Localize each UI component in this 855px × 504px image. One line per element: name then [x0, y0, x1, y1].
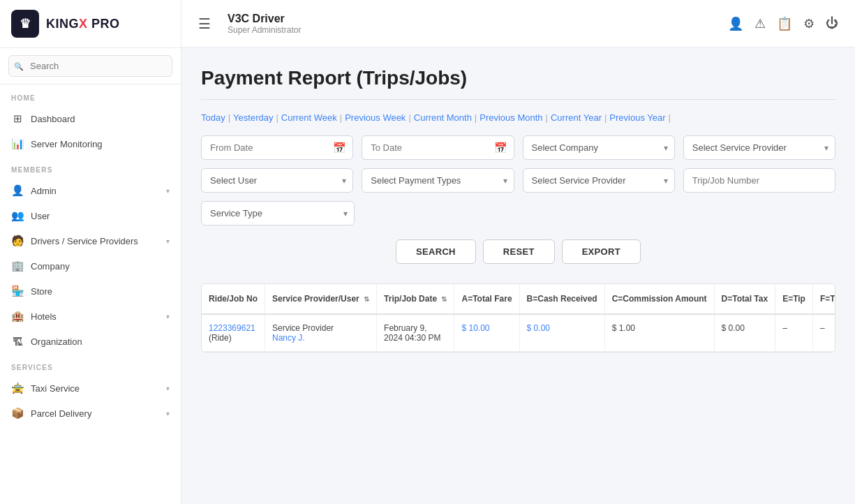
sidebar-search-wrap	[0, 48, 181, 84]
sidebar-item-admin[interactable]: 👤 Admin ▾	[0, 178, 181, 203]
sidebar-section-services: SERVICES 🚖 Taxi Service ▾ 📦 Parcel Deliv…	[0, 354, 181, 426]
company-select[interactable]: Select Company	[523, 135, 675, 160]
sidebar-item-store[interactable]: 🏪 Store	[0, 279, 181, 304]
filter-yesterday[interactable]: Yesterday	[233, 112, 273, 123]
trip-job-number-input[interactable]	[683, 168, 835, 193]
user-icon: 👥	[11, 209, 24, 222]
to-date-field: 📅	[362, 135, 514, 160]
store-icon: 🏪	[11, 285, 24, 297]
section-label-members: MEMBERS	[0, 156, 181, 178]
cell-outstanding: –	[812, 314, 835, 352]
sidebar-item-label: Taxi Service	[31, 383, 80, 394]
sidebar-item-server-monitoring[interactable]: 📊 Server Monitoring	[0, 131, 181, 156]
col-total-fare: A=Total Fare	[454, 284, 519, 314]
logo-icon: ♛	[11, 10, 39, 38]
user-profile-icon[interactable]: 👤	[728, 16, 743, 31]
reset-button[interactable]: RESET	[483, 239, 555, 264]
from-date-field: 📅	[201, 135, 353, 160]
filter-row-3: Service Type	[201, 201, 835, 225]
sidebar-section-members: MEMBERS 👤 Admin ▾ 👥 User 🧑 Drivers / Ser…	[0, 156, 181, 354]
taxi-icon: 🚖	[11, 382, 24, 394]
alert-icon[interactable]: ⚠	[754, 16, 766, 31]
chevron-down-icon: ▾	[166, 237, 170, 245]
sidebar-item-label: Store	[31, 286, 52, 297]
service-type-select[interactable]: Service Type	[201, 201, 355, 225]
sidebar-item-drivers-service-providers[interactable]: 🧑 Drivers / Service Providers ▾	[0, 228, 181, 253]
topbar-app-title: V3C Driver	[228, 13, 717, 25]
search-input[interactable]	[8, 55, 172, 77]
sidebar-item-dashboard[interactable]: ⊞ Dashboard	[0, 106, 181, 131]
dashboard-icon: ⊞	[11, 112, 24, 125]
cell-trip-date: February 9, 2024 04:30 PM	[377, 314, 454, 352]
page-title: Payment Report (Trips/Jobs)	[201, 67, 835, 89]
filter-row-2: Select User Select Payment Types Select …	[201, 168, 835, 193]
date-filter-links: Today | Yesterday | Current Week | Previ…	[201, 112, 835, 123]
payment-types-select[interactable]: Select Payment Types	[362, 168, 514, 193]
sidebar-section-home: HOME ⊞ Dashboard 📊 Server Monitoring	[0, 84, 181, 156]
title-divider	[201, 99, 835, 100]
sidebar-item-user[interactable]: 👥 User	[0, 203, 181, 228]
document-icon[interactable]: 📋	[777, 16, 792, 31]
sidebar-item-label: User	[31, 211, 50, 221]
export-button[interactable]: EXPORT	[562, 239, 641, 264]
parcel-icon: 📦	[11, 407, 24, 420]
cell-commission: $ 1.00	[604, 314, 714, 352]
filter-previous-year[interactable]: Previous Year	[609, 112, 665, 123]
settings-icon[interactable]: ⚙	[803, 16, 815, 31]
filter-previous-month[interactable]: Previous Month	[479, 112, 542, 123]
chevron-down-icon: ▾	[166, 385, 170, 392]
filter-current-week[interactable]: Current Week	[281, 112, 337, 123]
chevron-down-icon: ▾	[166, 187, 170, 195]
table-row: 1223369621 (Ride) Service Provider Nancy…	[202, 314, 835, 352]
organization-icon: 🏗	[11, 335, 24, 348]
user-select[interactable]: Select User	[201, 168, 353, 193]
hotels-icon: 🏨	[11, 310, 24, 323]
to-date-input[interactable]	[362, 135, 514, 160]
section-label-services: SERVICES	[0, 354, 181, 376]
sidebar-item-label: Company	[31, 261, 70, 272]
sidebar-item-organization[interactable]: 🏗 Organization	[0, 329, 181, 354]
user-name-link[interactable]: Nancy J.	[272, 333, 305, 343]
total-fare-link[interactable]: $ 10.00	[461, 323, 489, 333]
company-select-wrap: Select Company	[523, 135, 675, 160]
sidebar-item-label: Drivers / Service Providers	[31, 236, 138, 246]
cash-received-link[interactable]: $ 0.00	[527, 323, 550, 333]
filter-today[interactable]: Today	[201, 112, 225, 123]
col-trip-job-date: Trip/Job Date ⇅	[377, 284, 454, 314]
from-date-input[interactable]	[201, 135, 353, 160]
drivers-icon: 🧑	[11, 235, 24, 247]
sidebar-item-hotels[interactable]: 🏨 Hotels ▾	[0, 304, 181, 329]
logo-text: KINGX PRO	[46, 17, 120, 31]
col-cash-received: B=Cash Received	[519, 284, 604, 314]
payment-types-select-wrap: Select Payment Types	[362, 168, 514, 193]
sidebar-item-company[interactable]: 🏢 Company	[0, 253, 181, 279]
filter-current-year[interactable]: Current Year	[551, 112, 602, 123]
main-content: ☰ V3C Driver Super Administrator 👤 ⚠ 📋 ⚙…	[181, 0, 855, 504]
col-commission-amount: C=Commission Amount	[604, 284, 714, 314]
ride-type: (Ride)	[209, 333, 232, 343]
service-provider-select[interactable]: Select Service Provider	[683, 135, 835, 160]
cell-service-provider-user: Service Provider Nancy J.	[265, 314, 377, 352]
filter-previous-week[interactable]: Previous Week	[345, 112, 406, 123]
search-button[interactable]: SEARCH	[396, 239, 476, 264]
menu-icon[interactable]: ☰	[198, 15, 211, 32]
topbar-icons: 👤 ⚠ 📋 ⚙ ⏻	[728, 16, 838, 31]
col-tip: E=Tip	[775, 284, 813, 314]
sidebar-item-taxi-service[interactable]: 🚖 Taxi Service ▾	[0, 376, 181, 401]
service-type-select-wrap: Service Type	[201, 201, 355, 225]
topbar: ☰ V3C Driver Super Administrator 👤 ⚠ 📋 ⚙…	[181, 0, 855, 47]
trip-job-number-wrap	[683, 168, 835, 193]
page-content: Payment Report (Trips/Jobs) Today | Yest…	[181, 47, 855, 504]
col-service-provider-user: Service Provider/User ⇅	[265, 284, 377, 314]
service-provider2-select[interactable]: Select Service Provider	[523, 168, 675, 193]
ride-no-link[interactable]: 1223369621	[209, 323, 255, 333]
sidebar-item-label: Organization	[31, 336, 82, 347]
service-provider-select-wrap: Select Service Provider	[683, 135, 835, 160]
filter-current-month[interactable]: Current Month	[414, 112, 472, 123]
sidebar-item-parcel-delivery[interactable]: 📦 Parcel Delivery ▾	[0, 401, 181, 426]
action-buttons: SEARCH RESET EXPORT	[201, 239, 835, 264]
provider-name: Service Provider	[272, 323, 334, 333]
col-total-tax: D=Total Tax	[714, 284, 775, 314]
power-icon[interactable]: ⏻	[826, 16, 838, 31]
sidebar-item-label: Hotels	[31, 311, 57, 322]
